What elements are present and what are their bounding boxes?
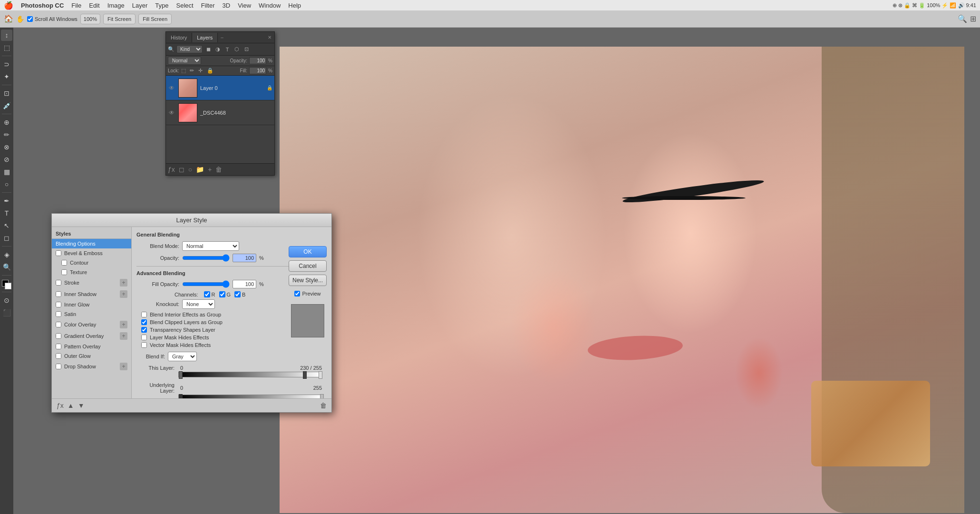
color-overlay-checkbox[interactable] — [56, 322, 61, 327]
inner-shadow-checkbox[interactable] — [56, 291, 61, 297]
menu-window[interactable]: Window — [259, 2, 281, 9]
screen-mode-tool[interactable]: ⬛ — [1, 307, 12, 318]
style-pattern-overlay[interactable]: Pattern Overlay — [52, 342, 131, 351]
vector-mask-checkbox[interactable] — [141, 342, 147, 348]
satin-checkbox[interactable] — [56, 311, 61, 317]
healing-tool[interactable]: ⊕ — [1, 117, 12, 128]
marquee-tool[interactable]: ⬚ — [1, 42, 12, 53]
blend-clipped-checkbox[interactable] — [141, 319, 147, 325]
stroke-plus-btn[interactable]: + — [120, 279, 127, 287]
move-tool[interactable]: ↕ — [1, 30, 12, 41]
lock-all-btn[interactable]: 🔒 — [207, 68, 213, 74]
menu-help[interactable]: Help — [288, 2, 301, 9]
style-blending-options[interactable]: Blending Options — [52, 239, 131, 248]
menu-image[interactable]: Image — [107, 2, 125, 9]
home-icon[interactable]: 🏠 — [4, 14, 13, 23]
background-color[interactable] — [5, 283, 11, 289]
search-icon[interactable]: 🔍 — [958, 14, 967, 23]
brush-tool[interactable]: ✏ — [1, 129, 12, 140]
ok-button[interactable]: OK — [289, 246, 327, 257]
lock-transparent-btn[interactable]: ⬚ — [181, 68, 188, 74]
layer-fx-button[interactable]: ƒx — [168, 166, 175, 173]
this-layer-slider-track[interactable] — [178, 372, 322, 377]
blend-mode-select-dialog[interactable]: Normal Multiply Screen Overlay Dissolve — [182, 241, 239, 251]
gradient-tool[interactable]: ▦ — [1, 166, 12, 178]
layer-adjustment-button[interactable]: ○ — [188, 166, 192, 173]
scroll-windows-checkbox[interactable] — [27, 16, 33, 22]
filter-kind-select[interactable]: Kind Name Effect Mode — [176, 45, 203, 53]
history-tab[interactable]: History — [166, 33, 192, 42]
cancel-button[interactable]: Cancel — [289, 260, 327, 272]
style-inner-shadow[interactable]: Inner Shadow + — [52, 288, 131, 300]
style-bevel-emboss[interactable]: Bevel & Emboss — [52, 248, 131, 258]
inner-glow-checkbox[interactable] — [56, 302, 61, 307]
filter-type-icon[interactable]: T — [223, 46, 231, 53]
transparency-checkbox[interactable] — [141, 327, 147, 333]
filter-artboard-icon[interactable]: ⊡ — [243, 46, 250, 53]
layer-mask-checkbox[interactable] — [141, 335, 147, 340]
menu-edit[interactable]: Edit — [89, 2, 99, 9]
delete-layer-button[interactable]: 🗑 — [215, 166, 222, 173]
eraser-tool[interactable]: ⊘ — [1, 154, 12, 165]
shape-tool[interactable]: ◻ — [1, 232, 12, 244]
channel-g-checkbox[interactable] — [219, 291, 225, 297]
scroll-windows-toggle[interactable]: Scroll All Windows — [27, 16, 78, 22]
stamp-tool[interactable]: ⊗ — [1, 141, 12, 153]
eyedropper-tool[interactable]: 💉 — [1, 100, 12, 111]
text-tool[interactable]: T — [1, 208, 12, 219]
3d-tool[interactable]: ◈ — [1, 249, 12, 260]
footer-down-btn[interactable]: ▼ — [78, 402, 85, 409]
fit-screen-button[interactable]: Fit Screen — [103, 14, 136, 24]
lasso-tool[interactable]: ⊃ — [1, 59, 12, 70]
layer-1-visibility[interactable]: 👁 — [168, 109, 175, 116]
style-drop-shadow[interactable]: Drop Shadow + — [52, 361, 131, 372]
filter-adjustment-icon[interactable]: ◑ — [214, 46, 222, 53]
filter-pixel-icon[interactable]: ◼ — [204, 46, 212, 53]
menu-3d[interactable]: 3D — [223, 2, 231, 9]
path-select-tool[interactable]: ↖ — [1, 220, 12, 231]
outer-glow-checkbox[interactable] — [56, 353, 61, 359]
fill-opacity-slider[interactable] — [182, 280, 230, 288]
this-layer-handle-right-dark[interactable] — [303, 371, 307, 379]
style-outer-glow[interactable]: Outer Glow — [52, 351, 131, 361]
menu-filter[interactable]: Filter — [201, 2, 215, 9]
this-layer-handle-right-light[interactable] — [319, 371, 322, 379]
opacity-input[interactable] — [249, 57, 266, 64]
panel-collapse-icon[interactable]: – — [218, 33, 226, 42]
gradient-overlay-plus-btn[interactable]: + — [120, 332, 127, 340]
channel-b-checkbox[interactable] — [234, 291, 241, 297]
style-gradient-overlay[interactable]: Gradient Overlay + — [52, 330, 131, 342]
fill-screen-button[interactable]: Fill Screen — [138, 14, 172, 24]
preview-checkbox[interactable] — [294, 291, 300, 297]
menu-select[interactable]: Select — [176, 2, 193, 9]
layer-group-button[interactable]: 📁 — [196, 166, 204, 173]
pen-tool[interactable]: ✒ — [1, 195, 12, 207]
layer-mask-button[interactable]: ◻ — [179, 166, 184, 173]
menu-view[interactable]: View — [238, 2, 251, 9]
apple-menu[interactable]: 🍎 — [4, 1, 13, 10]
menu-file[interactable]: File — [71, 2, 81, 9]
new-layer-button[interactable]: + — [208, 166, 212, 173]
texture-checkbox[interactable] — [61, 269, 67, 275]
panel-close-icon[interactable]: ✕ — [265, 33, 274, 42]
crop-tool[interactable]: ⊡ — [1, 88, 12, 99]
color-picker[interactable] — [2, 280, 11, 289]
this-layer-handle-left[interactable] — [179, 371, 183, 379]
filter-shape-icon[interactable]: ⬡ — [233, 46, 241, 53]
knockout-select[interactable]: None Shallow Deep — [182, 299, 215, 309]
blend-interior-checkbox[interactable] — [141, 312, 147, 317]
underlying-layer-slider-track[interactable] — [178, 395, 322, 398]
new-style-button[interactable]: New Style... — [289, 275, 327, 286]
search-icon[interactable]: 🔍 — [168, 46, 175, 52]
layer-0-visibility[interactable]: 👁 — [168, 85, 175, 91]
zoom-tool[interactable]: 🔍 — [1, 261, 12, 273]
gradient-overlay-checkbox[interactable] — [56, 333, 61, 339]
blend-if-select[interactable]: Gray Red Green Blue — [168, 352, 197, 361]
style-contour[interactable]: Contour — [52, 258, 131, 267]
contour-checkbox[interactable] — [61, 260, 67, 266]
style-satin[interactable]: Satin — [52, 309, 131, 319]
menu-layer[interactable]: Layer — [132, 2, 148, 9]
fill-opacity-input[interactable] — [233, 280, 256, 288]
style-inner-glow[interactable]: Inner Glow — [52, 300, 131, 309]
drop-shadow-plus-btn[interactable]: + — [120, 363, 127, 370]
